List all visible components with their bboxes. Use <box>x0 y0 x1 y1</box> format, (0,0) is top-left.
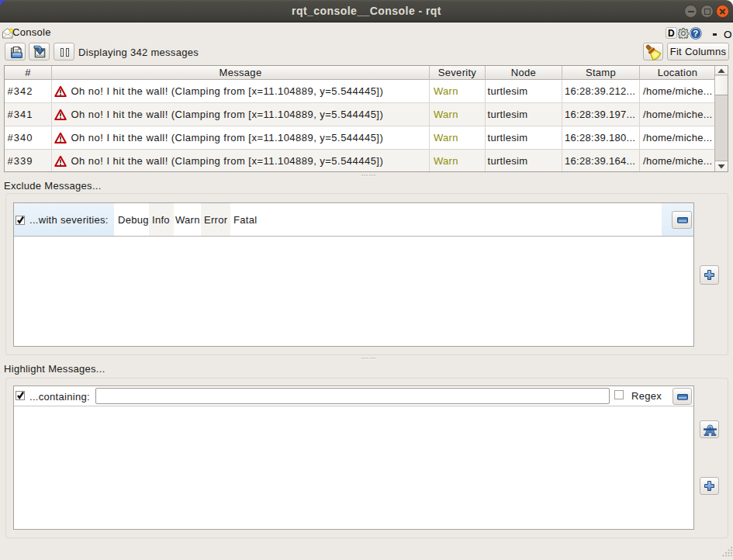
svg-text:?: ? <box>693 29 698 38</box>
